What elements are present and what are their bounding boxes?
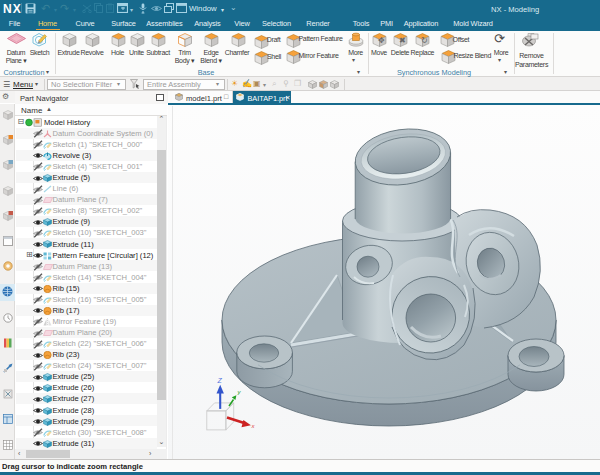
svg-text:Z: Z [217,377,223,384]
